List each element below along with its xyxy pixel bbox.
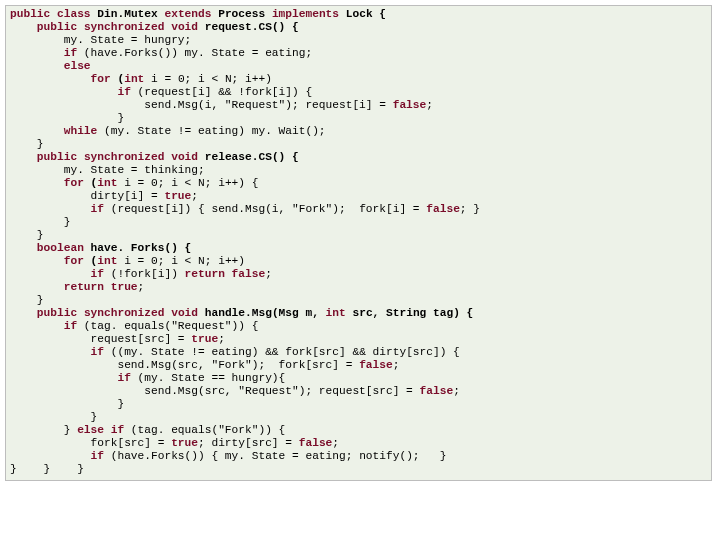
- kw-return-true: return true: [64, 281, 138, 293]
- kw-void: void: [171, 21, 198, 33]
- kw-public: public: [10, 8, 50, 20]
- kw-boolean: boolean: [37, 242, 84, 254]
- kw-int: int: [124, 73, 144, 85]
- kw-class: class: [57, 8, 91, 20]
- kw-true: true: [164, 190, 191, 202]
- kw-for: for: [91, 73, 111, 85]
- code-block: public class Din.Mutex extends Process i…: [5, 5, 712, 481]
- kw-if: if: [64, 47, 77, 59]
- kw-while: while: [64, 125, 98, 137]
- kw-else: else: [64, 60, 91, 72]
- kw-implements: implements: [272, 8, 339, 20]
- kw-synchronized: synchronized: [84, 21, 165, 33]
- kw-return-false: return false: [185, 268, 266, 280]
- kw-else-if: else if: [77, 424, 124, 436]
- kw-false: false: [393, 99, 427, 111]
- kw-extends: extends: [164, 8, 211, 20]
